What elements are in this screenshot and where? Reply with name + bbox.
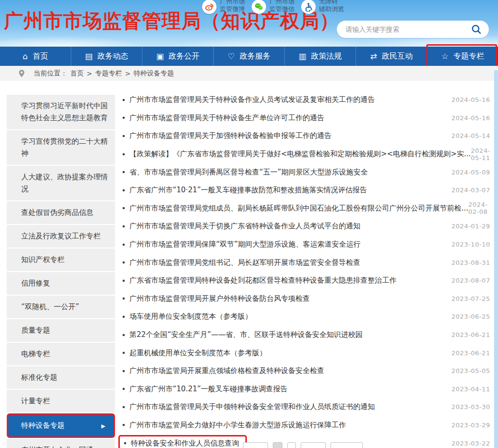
nav-item[interactable]: ▤ 政务动态 [71, 47, 142, 66]
article-link[interactable]: 省、市市场监督管理局到番禺区督导检查“五一”期间景区大型游乐设施安全 [121, 168, 368, 177]
pagination-button[interactable] [331, 442, 363, 448]
list-item: 起重机械使用单位安全制度范本（参考版） 2023-06-21 [121, 344, 490, 362]
list-item: 广州市市场监管局开展重点领域价格检查及特种设备安全检查 2023-05-05 [121, 362, 490, 380]
sidebar-item[interactable]: 学习贯彻习近平新时代中国特色社会主义思想主题教育 ▶ [7, 95, 115, 129]
article-title[interactable]: 广州市市场监督管理局关于申领特种设备安全管理和作业人员纸质证书的通知 [129, 402, 375, 411]
list-item: 广州市市场监督管理局关于特种设备生产单位许可工作的通告 2024-05-16 [121, 109, 490, 127]
article-title[interactable]: 省、市市场监督管理局到番禺区督导检查“五一”期间景区大型游乐设施安全 [129, 168, 368, 177]
pagination-button[interactable] [301, 442, 326, 448]
article-date: 2023-06-21 [451, 331, 490, 338]
article-link[interactable]: 起重机械使用单位安全制度范本（参考版） [121, 348, 267, 358]
article-title[interactable]: 广东省广州市“10·21”一般叉车碰撞事故防范和整改措施落实情况评估报告 [129, 186, 367, 195]
article-link[interactable]: 广东省市场监督管理局特种设备处到花都区督导检查特种设备重大隐患排查整治工作 [121, 276, 396, 285]
nav-item[interactable]: ☆ 专题专栏 [427, 47, 498, 66]
article-date: 2024-01-29 [451, 223, 490, 230]
article-link[interactable]: 场车使用单位安全制度范本（参考版） [121, 312, 252, 321]
article-title[interactable]: 广州市市场监督管理局保障“双节”期间大型游乐设施、客运索道安全运行 [129, 240, 361, 249]
list-item: 广州市市场监督管理局关于申领特种设备安全管理和作业人员纸质证书的通知 2023-… [121, 398, 490, 416]
page-scrollbar[interactable] [494, 70, 498, 448]
sidebar-item[interactable]: 知识产权专栏 ▶ [7, 249, 115, 271]
nav-item-label: 政务公开 [169, 51, 200, 62]
sidebar-item-label: 学习宣传贯彻党的二十大精神 [21, 137, 108, 158]
article-title[interactable]: 【政策解读】《广东省市场监督管理局关于做好<电梯监督检验和定期检验规则><电梯自… [129, 149, 471, 159]
article-link[interactable]: 广州市市场监督管理局党组成员、副局长杨延晖带队到中国石油化工股份有限公司广州分公… [121, 204, 468, 213]
search-bar[interactable] [336, 20, 489, 38]
wechat-link[interactable]: 广州市场 监管微信 [252, 0, 294, 14]
article-title[interactable]: 特种设备安全和作业人员信息查询 [131, 439, 239, 448]
pagination-button[interactable] [287, 442, 296, 448]
article-title[interactable]: 广州市市场监督管理局党组成员、副局长杨延晖带队到中国石油化工股份有限公司广州分公… [129, 204, 468, 213]
article-title[interactable]: 广州市市场监督管理局关于特种设备生产单位许可工作的通告 [129, 113, 324, 123]
article-title[interactable]: 广东省市场监督管理局特种设备处到花都区督导检查特种设备重大隐患排查整治工作 [129, 276, 396, 285]
article-link[interactable]: 广州市市场监督管理局关于切换广东省特种设备作业人员考试平台的通知 [121, 222, 360, 231]
sidebar-item[interactable]: 查处假冒伪劣商品信息 ▶ [7, 201, 115, 224]
list-item: 广东省市场监督管理局特种设备处到花都区督导检查特种设备重大隐患排查整治工作 20… [121, 272, 490, 290]
weibo-label-line2: 监管微博 [220, 5, 245, 12]
nav-item[interactable]: ♡ 政务服务 [213, 47, 284, 66]
article-list: 广州市市场监督管理局关于特种设备作业人员考试发证及复审相关工作的通告 2024-… [115, 81, 497, 448]
sidebar-item-label: 质量专题 [21, 326, 50, 335]
nav-item[interactable]: ▣ 政务公开 [142, 47, 213, 66]
article-date: 2023-08-31 [451, 259, 490, 266]
sidebar-item[interactable]: 立法及行政复议工作专栏 ▶ [7, 225, 115, 248]
sidebar-item[interactable]: 电梯专栏 ▶ [7, 343, 115, 365]
article-title[interactable]: 广东省广州市“10.21”一般叉车碰撞事故调查报告 [129, 385, 287, 394]
sidebar-item[interactable]: 学习宣传贯彻党的二十大精神 ▶ [7, 130, 115, 165]
article-link[interactable]: 广州市市场监督管理局关于加强特种设备检验申报等工作的通告 [121, 131, 332, 140]
bullet-icon [123, 171, 125, 173]
sidebar-item[interactable]: 质量专题 ▶ [7, 319, 115, 342]
article-link[interactable]: 【政策解读】《广东省市场监督管理局关于做好<电梯监督检验和定期检验规则><电梯自… [121, 149, 471, 159]
bullet-icon [124, 442, 126, 444]
article-title[interactable]: 广州市市场监管局全力做好中小学生春游大型游乐设施运行保障工作 [129, 421, 346, 430]
article-title[interactable]: 广州市市场监督管理局关于特种设备作业人员考试发证及复审相关工作的通告 [129, 95, 375, 104]
weibo-label-line1: 广州市场 [220, 0, 245, 5]
breadcrumb-special-columns[interactable]: 专题专栏 [95, 69, 122, 78]
accessibility-link[interactable]: 无障碍 辅助浏览 [301, 0, 344, 14]
list-item: 广州市市场监督管理局关于切换广东省特种设备作业人员考试平台的通知 2024-01… [121, 217, 490, 236]
search-icon[interactable] [471, 24, 482, 35]
article-title[interactable]: 广州市市场监督管理局关于加强特种设备检验申报等工作的通告 [129, 131, 332, 140]
article-title[interactable]: 广州市市场监督管理局开展户外特种设备防台风专项检查 [129, 294, 310, 303]
article-link[interactable]: 广州市市场监督管理局关于特种设备生产单位许可工作的通告 [121, 113, 324, 123]
article-date: 2024-03-07 [451, 187, 490, 194]
article-link[interactable]: 广东省广州市“10·21”一般叉车碰撞事故防范和整改措施落实情况评估报告 [121, 186, 367, 195]
pagination-button[interactable] [243, 442, 268, 448]
article-link[interactable]: 特种设备安全和作业人员信息查询 [118, 435, 247, 448]
article-link[interactable]: 广东省广州市“10.21”一般叉车碰撞事故调查报告 [121, 385, 287, 394]
article-title[interactable]: 广州市市场监督管理局党组书记、局长赵军明开展市场监管安全督导检查 [129, 258, 360, 267]
nav-item[interactable]: ⌂ 首页 [0, 47, 71, 66]
article-title[interactable]: 广州市市场监管局开展重点领域价格检查及特种设备安全检查 [129, 366, 324, 375]
sidebar-item-label: “双随机、一公开” [21, 302, 79, 311]
article-link[interactable]: 广州市市场监督管理局保障“双节”期间大型游乐设施、客运索道安全运行 [121, 240, 361, 249]
article-link[interactable]: 广州市市场监督管理局开展户外特种设备防台风专项检查 [121, 294, 310, 303]
sidebar-item[interactable]: 特种设备专题 ▶ [7, 413, 115, 438]
article-link[interactable]: 广州市市场监督管理局党组书记、局长赵军明开展市场监管安全督导检查 [121, 258, 360, 267]
breadcrumb-home[interactable]: 首页 [70, 69, 84, 78]
sidebar-item[interactable]: 标准化专题 ▶ [7, 366, 115, 389]
sidebar-item-label: 知识产权专栏 [21, 255, 64, 264]
article-link[interactable]: 广州市市场监督管理局关于特种设备作业人员考试发证及复审相关工作的通告 [121, 95, 375, 104]
sidebar-item[interactable]: 广州市开办企业一网通 ▶ [7, 439, 115, 448]
article-title[interactable]: 起重机械使用单位安全制度范本（参考版） [129, 348, 267, 358]
article-link[interactable]: 广州市市场监督管理局关于申领特种设备安全管理和作业人员纸质证书的通知 [121, 402, 375, 411]
sidebar-item-label: 信用修复 [21, 279, 50, 287]
sidebar-item[interactable]: “双随机、一公开” ▶ [7, 296, 115, 318]
nav-item[interactable]: ▥ 政策法规 [284, 47, 356, 66]
sidebar-item[interactable]: 信用修复 ▶ [7, 272, 115, 295]
wechat-label-line2: 监管微信 [269, 5, 294, 12]
article-link[interactable]: 广州市市场监管局全力做好中小学生春游大型游乐设施运行保障工作 [121, 421, 346, 430]
article-title[interactable]: 第22个全国“安全生产月”——省、市、区联手送特种设备安全知识进校园 [129, 330, 363, 339]
sidebar-item[interactable]: 计量专栏 ▶ [7, 390, 115, 412]
article-link[interactable]: 第22个全国“安全生产月”——省、市、区联手送特种设备安全知识进校园 [121, 330, 363, 339]
interaction-icon: ⇄ [370, 52, 377, 61]
wechat-label-line1: 广州市场 [269, 0, 294, 5]
search-input[interactable] [345, 25, 471, 33]
bullet-icon [123, 406, 125, 408]
article-link[interactable]: 广州市市场监管局开展重点领域价格检查及特种设备安全检查 [121, 366, 324, 375]
pagination-current-page[interactable] [273, 442, 282, 448]
weibo-link[interactable]: 广州市场 监管微博 [202, 0, 245, 14]
nav-item[interactable]: ⇄ 政民互动 [356, 47, 427, 66]
article-title[interactable]: 场车使用单位安全制度范本（参考版） [129, 312, 252, 321]
article-title[interactable]: 广州市市场监督管理局关于切换广东省特种设备作业人员考试平台的通知 [129, 222, 360, 231]
sidebar-item[interactable]: 人大建议、政协提案办理情况 ▶ [7, 166, 115, 200]
